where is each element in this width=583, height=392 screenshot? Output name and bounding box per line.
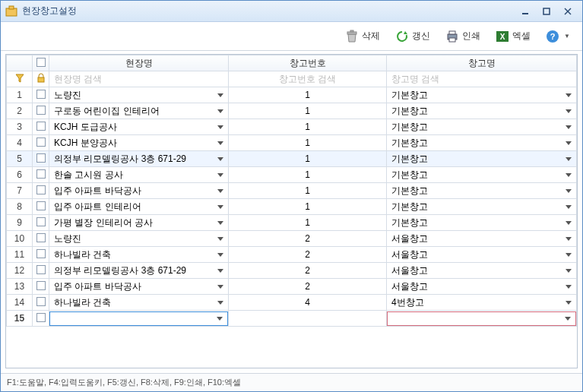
wno-cell[interactable]: 2	[229, 231, 387, 247]
excel-button[interactable]: X 엑셀	[490, 27, 537, 46]
select-all-checkbox[interactable]	[36, 58, 46, 67]
site-cell[interactable]: 하나빌라 건축	[49, 295, 229, 311]
row-checkbox-cell[interactable]	[33, 87, 49, 103]
row-checkbox[interactable]	[36, 90, 46, 99]
site-cell[interactable]: 가평 별장 인테리어 공사	[49, 215, 229, 231]
row-checkbox-cell[interactable]	[33, 199, 49, 215]
col-header-checkbox[interactable]	[33, 55, 49, 71]
row-checkbox-cell[interactable]	[33, 135, 49, 151]
wno-cell[interactable]: 1	[229, 135, 387, 151]
table-row[interactable]: 12의정부 리모델링공사 3층 671-292서울창고	[7, 263, 577, 279]
wname-cell[interactable]: 서울창고	[387, 263, 577, 279]
row-checkbox-cell[interactable]	[33, 247, 49, 263]
wname-cell[interactable]: 서울창고	[387, 231, 577, 247]
wno-cell-new[interactable]	[229, 311, 387, 327]
table-row[interactable]: 13입주 아파트 바닥공사2서울창고	[7, 279, 577, 295]
row-checkbox-cell[interactable]	[33, 167, 49, 183]
filter-wname-input[interactable]: 창고명 검색	[387, 71, 577, 87]
wno-cell[interactable]: 1	[229, 103, 387, 119]
wname-cell[interactable]: 기본창고	[387, 87, 577, 103]
row-checkbox-cell[interactable]	[33, 151, 49, 167]
table-row[interactable]: 7입주 아파트 바닥공사1기본창고	[7, 183, 577, 199]
wno-cell[interactable]: 2	[229, 279, 387, 295]
wno-cell[interactable]: 1	[229, 151, 387, 167]
minimize-button[interactable]	[515, 5, 535, 18]
row-checkbox[interactable]	[36, 217, 46, 226]
row-checkbox-cell[interactable]	[33, 295, 49, 311]
site-cell[interactable]: 입주 아파트 바닥공사	[49, 183, 229, 199]
print-button[interactable]: 인쇄	[439, 27, 486, 46]
row-checkbox-cell[interactable]	[33, 311, 49, 327]
wname-cell[interactable]: 기본창고	[387, 199, 577, 215]
site-cell[interactable]: 한솔 고시원 공사	[49, 167, 229, 183]
row-checkbox-cell[interactable]	[33, 231, 49, 247]
site-cell[interactable]: 구로동 어린이집 인테리어	[49, 103, 229, 119]
row-checkbox[interactable]	[36, 138, 46, 147]
wno-cell[interactable]: 1	[229, 183, 387, 199]
wname-cell[interactable]: 기본창고	[387, 151, 577, 167]
row-checkbox[interactable]	[36, 249, 46, 258]
col-header-wname[interactable]: 창고명	[387, 55, 577, 71]
new-row[interactable]: 15	[7, 311, 577, 327]
wname-cell[interactable]: 기본창고	[387, 167, 577, 183]
wname-cell[interactable]: 서울창고	[387, 279, 577, 295]
col-header-number[interactable]	[7, 55, 33, 71]
row-checkbox[interactable]	[36, 122, 46, 131]
delete-button[interactable]: 삭제	[339, 27, 386, 46]
table-row[interactable]: 6한솔 고시원 공사1기본창고	[7, 167, 577, 183]
wname-cell-new[interactable]	[387, 311, 577, 327]
site-cell[interactable]: 의정부 리모델링공사 3층 671-29	[49, 151, 229, 167]
row-checkbox-cell[interactable]	[33, 215, 49, 231]
col-header-site[interactable]: 현장명	[49, 55, 229, 71]
wname-cell[interactable]: 기본창고	[387, 103, 577, 119]
wno-cell[interactable]: 2	[229, 247, 387, 263]
table-row[interactable]: 3KCJH 도급공사1기본창고	[7, 119, 577, 135]
wno-cell[interactable]: 1	[229, 167, 387, 183]
wno-cell[interactable]: 1	[229, 215, 387, 231]
row-checkbox-cell[interactable]	[33, 119, 49, 135]
wno-cell[interactable]: 1	[229, 87, 387, 103]
refresh-button[interactable]: 갱신	[389, 27, 436, 46]
col-header-wno[interactable]: 창고번호	[229, 55, 387, 71]
row-checkbox-cell[interactable]	[33, 279, 49, 295]
row-checkbox[interactable]	[36, 106, 46, 115]
row-checkbox[interactable]	[36, 185, 46, 194]
row-checkbox[interactable]	[36, 169, 46, 179]
site-cell[interactable]: 입주 아파트 인테리어	[49, 199, 229, 215]
table-row[interactable]: 8입주 아파트 인테리어1기본창고	[7, 199, 577, 215]
table-row[interactable]: 9가평 별장 인테리어 공사1기본창고	[7, 215, 577, 231]
filter-lock-cell[interactable]	[33, 71, 49, 87]
wname-cell[interactable]: 4번창고	[387, 295, 577, 311]
close-button[interactable]	[558, 5, 578, 18]
row-checkbox-cell[interactable]	[33, 183, 49, 199]
row-checkbox-cell[interactable]	[33, 103, 49, 119]
site-cell-new[interactable]	[49, 311, 229, 327]
site-cell[interactable]: 노량진	[49, 87, 229, 103]
row-checkbox[interactable]	[36, 201, 46, 210]
site-cell[interactable]: KCJH 도급공사	[49, 119, 229, 135]
maximize-button[interactable]	[537, 5, 556, 18]
table-row[interactable]: 5의정부 리모델링공사 3층 671-291기본창고	[7, 151, 577, 167]
table-row[interactable]: 2구로동 어린이집 인테리어1기본창고	[7, 103, 577, 119]
site-cell[interactable]: 노량진	[49, 231, 229, 247]
row-checkbox[interactable]	[36, 153, 46, 163]
wname-cell[interactable]: 기본창고	[387, 119, 577, 135]
filter-site-input[interactable]: 현장명 검색	[49, 71, 229, 87]
site-cell[interactable]: KCJH 분양공사	[49, 135, 229, 151]
site-cell[interactable]: 입주 아파트 바닥공사	[49, 279, 229, 295]
table-row[interactable]: 1노량진1기본창고	[7, 87, 577, 103]
wno-cell[interactable]: 4	[229, 295, 387, 311]
wno-cell[interactable]: 1	[229, 119, 387, 135]
wname-cell[interactable]: 기본창고	[387, 135, 577, 151]
wname-cell[interactable]: 서울창고	[387, 247, 577, 263]
row-checkbox[interactable]	[36, 281, 46, 290]
row-checkbox[interactable]	[36, 313, 46, 322]
row-checkbox[interactable]	[36, 297, 46, 306]
row-checkbox[interactable]	[36, 265, 46, 274]
site-cell[interactable]: 의정부 리모델링공사 3층 671-29	[49, 263, 229, 279]
table-row[interactable]: 11하나빌라 건축2서울창고	[7, 247, 577, 263]
wno-cell[interactable]: 2	[229, 263, 387, 279]
wno-cell[interactable]: 1	[229, 199, 387, 215]
filter-icon-cell[interactable]	[7, 71, 33, 87]
table-row[interactable]: 14하나빌라 건축44번창고	[7, 295, 577, 311]
